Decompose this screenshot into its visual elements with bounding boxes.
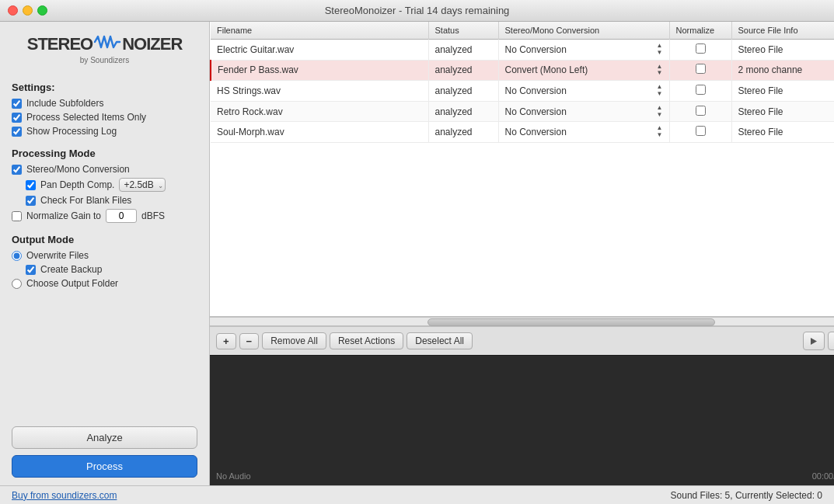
remove-all-button[interactable]: Remove All: [262, 332, 326, 349]
check-blank-checkbox[interactable]: [26, 196, 36, 206]
conversion-stepper[interactable]: ▲▼: [657, 105, 663, 119]
table-row[interactable]: Electric Guitar.wavanalyzed No Conversio…: [211, 40, 834, 61]
content-area: Filename Status Stereo/Mono Conversion N…: [210, 22, 834, 485]
conversion-stepper[interactable]: ▲▼: [657, 84, 663, 98]
normalize-input[interactable]: [106, 209, 137, 223]
cell-source: Stereo File: [731, 40, 834, 61]
normalize-label: Normalize Gain to: [26, 210, 101, 221]
cell-source: Stereo File: [731, 101, 834, 122]
status-bar: Buy from soundizers.com Sound Files: 5, …: [0, 485, 834, 504]
remove-file-button[interactable]: −: [239, 333, 260, 349]
pan-depth-label: Pan Depth Comp.: [40, 179, 114, 190]
table-row[interactable]: HS Strings.wavanalyzed No Conversion ▲▼ …: [211, 81, 834, 102]
cell-status: analyzed: [428, 81, 498, 102]
choose-folder-radio[interactable]: [12, 279, 22, 289]
show-log-row: Show Processing Log: [12, 126, 197, 137]
close-button[interactable]: [8, 5, 18, 16]
overwrite-label: Overwrite Files: [26, 250, 89, 261]
include-subfolders-checkbox[interactable]: [12, 99, 22, 109]
overwrite-radio[interactable]: [12, 251, 22, 261]
process-selected-label: Process Selected Items Only: [26, 112, 146, 123]
create-backup-label: Create Backup: [40, 264, 102, 275]
output-mode-label: Output Mode: [12, 234, 197, 245]
cell-source: 2 mono channe: [731, 60, 834, 81]
normalize-row-checkbox[interactable]: [696, 43, 706, 54]
normalize-unit: dBFS: [141, 210, 165, 221]
files-table: Filename Status Stereo/Mono Conversion N…: [210, 22, 834, 143]
cell-filename: Fender P Bass.wav: [211, 60, 428, 81]
col-header-conversion: Stereo/Mono Conversion: [498, 22, 669, 40]
normalize-row: Normalize Gain to dBFS: [12, 209, 197, 223]
cell-status: analyzed: [428, 40, 498, 61]
cell-normalize[interactable]: [669, 122, 731, 143]
cell-status: analyzed: [428, 60, 498, 81]
conversion-stepper[interactable]: ▲▼: [657, 43, 663, 57]
rewind-button[interactable]: [828, 332, 834, 350]
normalize-row-checkbox[interactable]: [696, 64, 706, 74]
stereo-mono-checkbox[interactable]: [12, 165, 22, 175]
choose-folder-label: Choose Output Folder: [26, 278, 118, 289]
process-selected-row: Process Selected Items Only: [12, 112, 197, 123]
play-button[interactable]: [803, 332, 825, 350]
cell-conversion[interactable]: Convert (Mono Left) ▲▼: [498, 60, 669, 81]
logo-wave-icon: [93, 33, 121, 54]
waveform-time: 00:00/--:--: [812, 471, 834, 481]
conversion-stepper[interactable]: ▲▼: [657, 64, 663, 78]
cell-filename: HS Strings.wav: [211, 81, 428, 102]
logo-stereo: STEREO: [27, 34, 92, 54]
cell-normalize[interactable]: [669, 60, 731, 81]
show-log-label: Show Processing Log: [26, 126, 117, 137]
overwrite-files-row: Overwrite Files: [12, 250, 197, 261]
include-subfolders-label: Include Subfolders: [26, 98, 103, 109]
table-row[interactable]: Soul-Morph.wavanalyzed No Conversion ▲▼ …: [211, 122, 834, 143]
add-file-button[interactable]: +: [216, 333, 236, 349]
cell-status: analyzed: [428, 101, 498, 122]
normalize-row-checkbox[interactable]: [696, 85, 706, 95]
process-button[interactable]: Process: [12, 455, 197, 478]
minimize-button[interactable]: [23, 5, 33, 16]
stereo-mono-label: Stereo/Mono Conversion: [26, 164, 130, 175]
col-header-status: Status: [428, 22, 498, 40]
pan-depth-select[interactable]: +2.5dB +3dB +6dB None: [119, 178, 166, 192]
table-row[interactable]: Retro Rock.wavanalyzed No Conversion ▲▼ …: [211, 101, 834, 122]
include-subfolders-row: Include Subfolders: [12, 98, 197, 109]
show-log-checkbox[interactable]: [12, 127, 22, 137]
pan-depth-select-wrapper[interactable]: +2.5dB +3dB +6dB None: [119, 178, 166, 192]
cell-normalize[interactable]: [669, 40, 731, 61]
buy-link[interactable]: Buy from soundizers.com: [12, 490, 117, 501]
logo-noizer: NOIZER: [122, 34, 182, 54]
conversion-stepper[interactable]: ▲▼: [657, 125, 663, 139]
logo-area: STEREO NOIZER by Soundizers: [12, 30, 197, 64]
sound-files-info: Sound Files: 5, Currently Selected: 0: [671, 490, 822, 501]
analyze-button[interactable]: Analyze: [12, 426, 197, 449]
processing-mode-label: Processing Mode: [12, 148, 197, 159]
choose-folder-row: Choose Output Folder: [12, 278, 197, 289]
scroll-thumb[interactable]: [427, 318, 715, 326]
normalize-row-checkbox[interactable]: [696, 106, 706, 116]
col-header-source: Source File Info: [731, 22, 834, 40]
pan-depth-row: Pan Depth Comp. +2.5dB +3dB +6dB None: [26, 178, 197, 192]
sidebar: STEREO NOIZER by Soundizers Settings: In…: [0, 22, 210, 485]
pan-depth-checkbox[interactable]: [26, 180, 36, 190]
normalize-checkbox[interactable]: [12, 211, 22, 221]
create-backup-checkbox[interactable]: [26, 265, 36, 275]
stereo-mono-row: Stereo/Mono Conversion: [12, 164, 197, 175]
main-layout: STEREO NOIZER by Soundizers Settings: In…: [0, 22, 834, 485]
process-selected-checkbox[interactable]: [12, 113, 22, 123]
horizontal-scrollbar[interactable]: [210, 317, 834, 326]
deselect-all-button[interactable]: Deselect All: [407, 332, 473, 349]
cell-filename: Soul-Morph.wav: [211, 122, 428, 143]
normalize-row-checkbox[interactable]: [696, 126, 706, 136]
file-table-body: Electric Guitar.wavanalyzed No Conversio…: [211, 40, 834, 143]
maximize-button[interactable]: [37, 5, 47, 16]
reset-actions-button[interactable]: Reset Actions: [330, 332, 403, 349]
cell-conversion[interactable]: No Conversion ▲▼: [498, 122, 669, 143]
cell-conversion[interactable]: No Conversion ▲▼: [498, 101, 669, 122]
cell-conversion[interactable]: No Conversion ▲▼: [498, 40, 669, 61]
settings-section-label: Settings:: [12, 82, 197, 93]
cell-normalize[interactable]: [669, 101, 731, 122]
logo: STEREO NOIZER: [27, 33, 183, 54]
table-row[interactable]: Fender P Bass.wavanalyzed Convert (Mono …: [211, 60, 834, 81]
cell-normalize[interactable]: [669, 81, 731, 102]
cell-conversion[interactable]: No Conversion ▲▼: [498, 81, 669, 102]
